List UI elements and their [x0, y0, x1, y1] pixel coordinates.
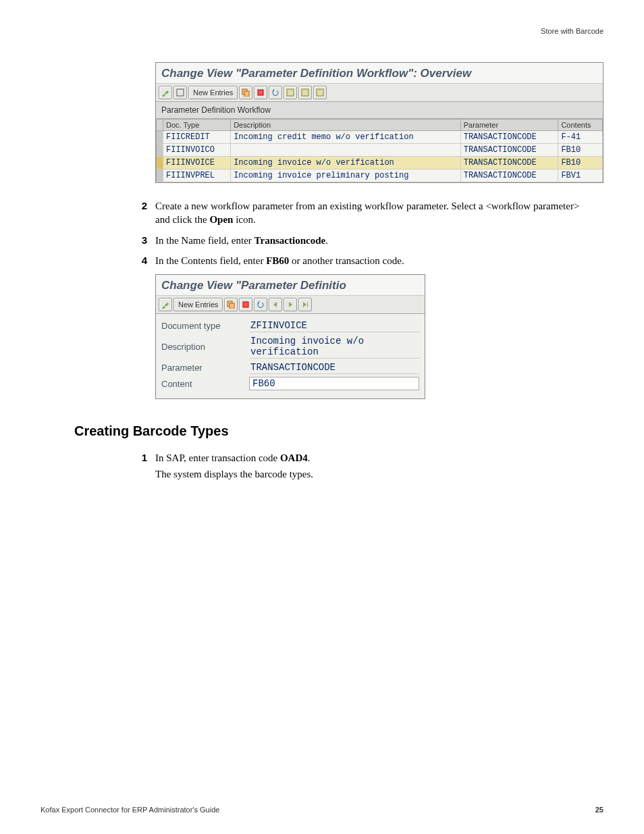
step: 2Create a new workflow parameter from an…: [128, 199, 590, 227]
sap-overview-window: Change View "Parameter Definition Workfl…: [155, 62, 603, 183]
svg-rect-10: [307, 302, 308, 307]
step-text: In the Contents field, enter FB60 or ano…: [155, 254, 590, 267]
detail-toolbar: New Entries: [156, 296, 425, 314]
svg-rect-3: [258, 90, 263, 95]
form-row: DescriptionIncoming invoice w/o verifica…: [161, 335, 419, 359]
svg-rect-8: [230, 303, 234, 309]
cell-contents[interactable]: F-41: [558, 131, 603, 144]
row-handle[interactable]: [157, 170, 163, 182]
step: 1In SAP, enter transaction code OAD4.The…: [128, 451, 590, 481]
svg-rect-0: [177, 89, 184, 96]
cell-doc_type[interactable]: FIIINVPREL: [163, 170, 231, 182]
last-icon[interactable]: [298, 298, 312, 311]
svg-rect-4: [287, 89, 294, 96]
cell-parameter[interactable]: TRANSACTIONCODE: [460, 144, 558, 157]
undo-icon[interactable]: [254, 298, 267, 311]
cell-description[interactable]: Incoming invoice preliminary posting: [231, 170, 461, 182]
table-row[interactable]: FIIINVPRELIncoming invoice preliminary p…: [157, 170, 603, 182]
col-parameter[interactable]: Parameter: [460, 120, 558, 131]
step-text: Create a new workflow parameter from an …: [155, 199, 590, 227]
svg-rect-5: [302, 89, 308, 96]
row-handle[interactable]: [157, 144, 163, 157]
col-description[interactable]: Description: [231, 120, 461, 131]
cell-description[interactable]: [231, 144, 461, 157]
form-row: ParameterTRANSACTIONCODE: [161, 361, 419, 374]
step-text: In the Name field, enter Transactioncode…: [155, 234, 590, 247]
undo-icon[interactable]: [269, 86, 282, 99]
expand-icon[interactable]: [173, 86, 187, 99]
form-row: Document typeZFIINVOICE: [161, 319, 419, 332]
col-contents[interactable]: Contents: [558, 120, 603, 131]
cell-doc_type[interactable]: FIICREDIT: [163, 131, 231, 144]
prev-icon[interactable]: [269, 298, 282, 311]
table-row[interactable]: FIICREDITIncoming credit memo w/o verifi…: [157, 131, 603, 144]
form-value: ZFIINVOICE: [249, 319, 419, 332]
detail-form: Document typeZFIINVOICEDescriptionIncomi…: [156, 314, 425, 398]
step-number: 4: [128, 254, 147, 267]
page-number: 25: [595, 806, 603, 814]
form-label: Content: [161, 379, 249, 389]
svg-rect-9: [243, 302, 248, 307]
form-value: TRANSACTIONCODE: [249, 361, 419, 374]
step-number: 2: [128, 199, 147, 227]
form-row: ContentFB60: [161, 377, 419, 390]
copy-icon[interactable]: [239, 86, 252, 99]
step: 4In the Contents field, enter FB60 or an…: [128, 254, 590, 267]
row-handle[interactable]: [157, 157, 163, 170]
display-change-icon[interactable]: [159, 86, 172, 99]
table-caption: Parameter Definition Workflow: [156, 102, 603, 119]
cell-contents[interactable]: FBV1: [558, 170, 603, 182]
cell-doc_type[interactable]: FIIINVOICO: [163, 144, 231, 157]
new-entries-button[interactable]: New Entries: [173, 298, 223, 311]
step: 3In the Name field, enter Transactioncod…: [128, 234, 590, 247]
form-label: Document type: [161, 321, 249, 331]
step-number: 1: [128, 451, 147, 481]
deselect-all-icon[interactable]: [298, 86, 312, 99]
cell-parameter[interactable]: TRANSACTIONCODE: [460, 131, 558, 144]
window-title: Change View "Parameter Definition Workfl…: [156, 63, 603, 84]
section-heading: Creating Barcode Types: [74, 423, 603, 439]
table-row[interactable]: FIIINVOICEIncoming invoice w/o verificat…: [157, 157, 603, 170]
sap-detail-window: Change View "Parameter Definitio New Ent…: [155, 274, 425, 399]
footer-title: Kofax Export Connector for ERP Administr…: [41, 806, 219, 814]
delete-icon[interactable]: [239, 298, 252, 311]
step-text: In SAP, enter transaction code OAD4.The …: [155, 451, 590, 481]
table-row[interactable]: FIIINVOICOTRANSACTIONCODEFB10: [157, 144, 603, 157]
svg-rect-2: [244, 91, 249, 97]
copy-icon[interactable]: [224, 298, 238, 311]
cell-description[interactable]: Incoming invoice w/o verification: [231, 157, 461, 170]
next-icon[interactable]: [284, 298, 297, 311]
cell-parameter[interactable]: TRANSACTIONCODE: [460, 157, 558, 170]
table-settings-icon[interactable]: [313, 86, 327, 99]
param-table: Doc. Type Description Parameter Contents…: [156, 119, 603, 182]
col-doctype[interactable]: Doc. Type: [163, 120, 231, 131]
cell-description[interactable]: Incoming credit memo w/o verification: [231, 131, 461, 144]
page-header: Store with Barcode: [41, 27, 603, 35]
cell-contents[interactable]: FB10: [558, 144, 603, 157]
form-value: Incoming invoice w/o verification: [249, 335, 419, 359]
form-label: Description: [161, 342, 249, 352]
select-all-icon[interactable]: [284, 86, 297, 99]
page-footer: Kofax Export Connector for ERP Administr…: [41, 806, 603, 814]
form-label: Parameter: [161, 363, 249, 373]
cell-doc_type[interactable]: FIIINVOICE: [163, 157, 231, 170]
svg-rect-6: [317, 89, 323, 96]
display-change-icon[interactable]: [159, 298, 172, 311]
cell-contents[interactable]: FB10: [558, 157, 603, 170]
row-handle[interactable]: [157, 131, 163, 144]
new-entries-button[interactable]: New Entries: [188, 86, 238, 99]
row-selector-header: [157, 120, 163, 131]
step-sub: The system displays the barcode types.: [155, 467, 590, 481]
delete-icon[interactable]: [254, 86, 267, 99]
step-number: 3: [128, 234, 147, 247]
cell-parameter[interactable]: TRANSACTIONCODE: [460, 170, 558, 182]
form-value[interactable]: FB60: [249, 377, 419, 390]
detail-window-title: Change View "Parameter Definitio: [156, 275, 425, 296]
toolbar: New Entries: [156, 84, 603, 102]
